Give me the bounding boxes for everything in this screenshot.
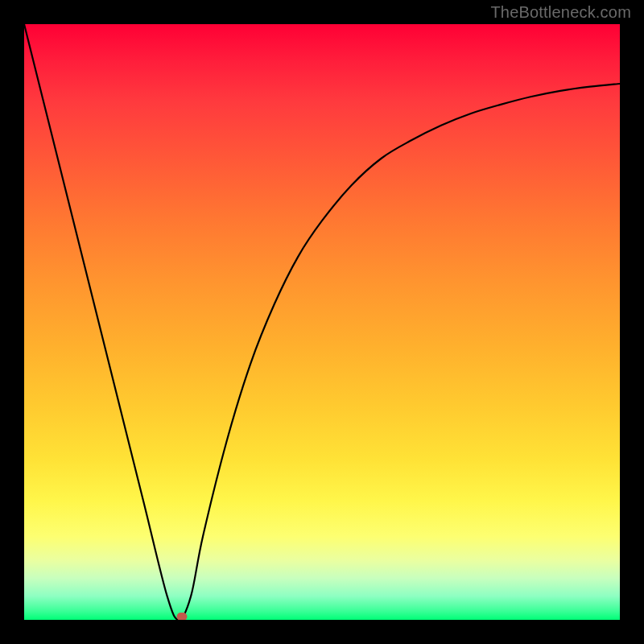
plot-area xyxy=(24,24,620,620)
watermark-text: TheBottleneck.com xyxy=(490,3,631,22)
bottleneck-curve xyxy=(24,24,620,620)
optimum-marker xyxy=(177,613,188,620)
chart-frame: TheBottleneck.com xyxy=(0,0,644,644)
curve-path xyxy=(24,24,620,620)
